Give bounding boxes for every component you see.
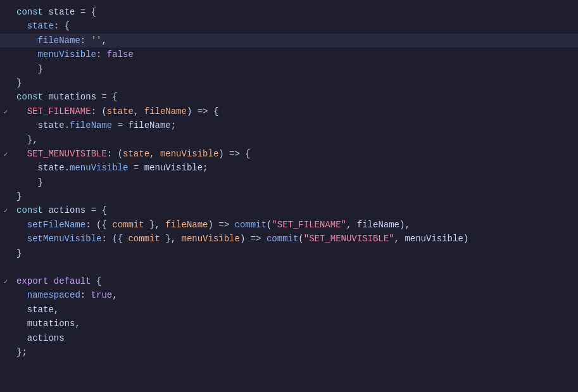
line-content: export default { (11, 274, 101, 288)
token-punct: : { (54, 21, 70, 31)
token-punct: : ( (107, 149, 123, 159)
token-method: commit (267, 234, 298, 244)
token-var-name: mutations (48, 92, 96, 102)
code-line: actions (0, 331, 578, 345)
code-line: menuVisible: false (0, 47, 578, 61)
line-content: } (11, 189, 22, 203)
token-var-name: menuVisible (405, 234, 463, 244)
token-punct: = { (75, 7, 96, 17)
token-punct: : ( (91, 106, 107, 117)
token-param: fileName (144, 106, 187, 117)
token-var-name: actions (27, 333, 65, 343)
token-punct: , (75, 319, 80, 329)
token-kw: const (16, 92, 48, 102)
token-punct: : (80, 35, 91, 46)
line-content: } (11, 62, 43, 76)
line-content: state, (11, 303, 59, 317)
line-gutter: ✓ (0, 206, 11, 217)
code-line: const mutations = { (0, 90, 578, 104)
code-line: } (0, 76, 578, 90)
token-string: '' (91, 35, 102, 46)
code-line: state.fileName = fileName; (0, 118, 578, 132)
token-param: state (107, 106, 134, 117)
token-param: menuVisible (160, 149, 218, 159)
token-punct: = { (85, 205, 107, 215)
token-punct: ), (399, 220, 410, 230)
token-commit-str: "SET_FILENAME" (272, 220, 346, 230)
line-content: const state = { (11, 5, 96, 19)
token-punct: ) (463, 234, 468, 244)
code-line: } (0, 175, 578, 189)
token-param: state (123, 149, 149, 159)
token-punct: . (65, 120, 70, 130)
token-punct: = { (96, 92, 118, 102)
token-punct: : ({ (85, 220, 112, 230)
token-prop: menuVisible (38, 49, 96, 60)
token-punct: ( (298, 234, 303, 244)
token-punct: : (80, 290, 91, 300)
token-prop: setFileName (27, 220, 85, 230)
token-punct: }, (160, 234, 182, 244)
token-punct: ; (203, 163, 208, 173)
token-punct: ; (171, 120, 176, 130)
line-content: }, (11, 133, 38, 147)
line-content: } (11, 175, 43, 189)
token-kw: const (16, 205, 48, 215)
token-param: commit (128, 234, 160, 244)
token-bool: true (91, 290, 113, 300)
code-line: } (0, 246, 578, 260)
token-var-name: state (38, 120, 65, 130)
line-content: menuVisible: false (11, 47, 134, 61)
line-content: state: { (11, 19, 70, 33)
token-mutation-key: SET_MENUVISIBLE (27, 149, 107, 159)
code-line: ✓const actions = { (0, 203, 578, 217)
token-method: commit (235, 220, 267, 230)
token-punct: ) => (208, 220, 235, 230)
line-gutter: ✓ (0, 277, 11, 288)
line-content: actions (11, 331, 65, 345)
token-var-name: fileName (357, 220, 399, 230)
token-prop: namespaced (27, 290, 80, 300)
code-line: const state = { (0, 5, 578, 19)
line-content: SET_FILENAME: (state, fileName) => { (11, 104, 218, 118)
code-line: setFileName: ({ commit }, fileName) => c… (0, 218, 578, 232)
token-commit-str: "SET_MENUVISIBLE" (304, 234, 394, 244)
code-line: mutations, (0, 317, 578, 331)
token-prop: setMenuVisible (27, 234, 102, 244)
line-content: mutations, (11, 317, 80, 331)
code-line: fileName: '', (0, 34, 578, 47)
token-punct: } (16, 248, 22, 258)
token-var-name: menuVisible (144, 163, 203, 173)
token-punct: } (27, 177, 43, 187)
code-line (0, 260, 578, 274)
token-punct: } (27, 64, 43, 74)
token-punct: , (101, 35, 106, 46)
token-punct: , (149, 149, 160, 159)
code-line: ✓export default { (0, 274, 578, 288)
line-content: namespaced: true, (11, 288, 118, 302)
line-content: const mutations = { (11, 90, 118, 104)
line-content: setFileName: ({ commit }, fileName) => c… (11, 218, 410, 232)
code-line: setMenuVisible: ({ commit }, menuVisible… (0, 232, 578, 246)
token-var-name: state (38, 163, 65, 173)
code-line: } (0, 189, 578, 203)
token-punct: . (65, 163, 70, 173)
token-punct: , (112, 290, 117, 300)
token-punct: = (128, 163, 144, 173)
token-punct: }, (27, 135, 38, 145)
token-punct: , (394, 234, 405, 244)
code-line: state: { (0, 19, 578, 33)
token-export-kw: export (16, 276, 54, 286)
code-line: ✓ SET_MENUVISIBLE: (state, menuVisible) … (0, 147, 578, 161)
code-line: }, (0, 133, 578, 147)
line-gutter: ✓ (0, 149, 11, 161)
token-prop: state (27, 21, 54, 31)
token-var-name: actions (48, 205, 85, 215)
token-punct: }, (144, 220, 166, 230)
token-prop: fileName (38, 35, 80, 46)
token-mutation-key: SET_FILENAME (27, 106, 91, 117)
code-line: } (0, 62, 578, 76)
line-content: state.fileName = fileName; (11, 118, 176, 132)
token-punct: , (346, 220, 357, 230)
line-content: const actions = { (11, 203, 107, 217)
